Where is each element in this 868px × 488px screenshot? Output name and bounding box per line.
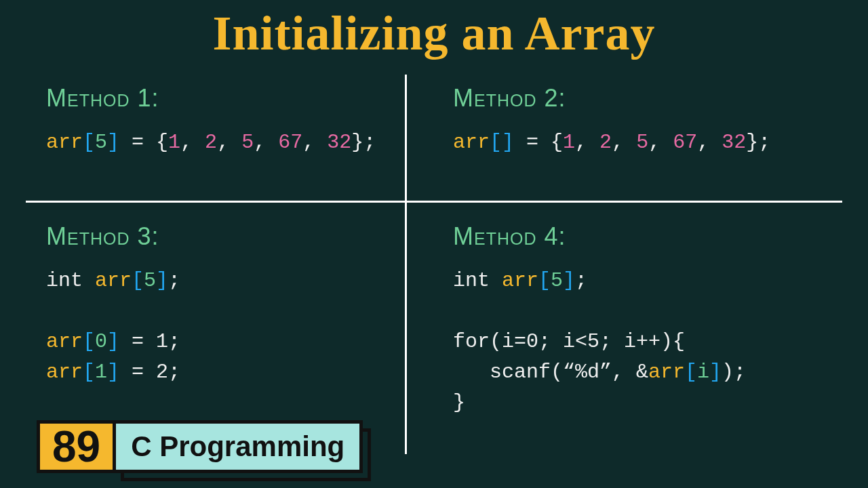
method-1-label: Method 1: bbox=[46, 84, 405, 113]
method-4-panel: Method 4: int arr[5]; for(i=0; i<5; i++)… bbox=[420, 222, 868, 418]
method-1-panel: Method 1: arr[5] = {1, 2, 5, 67, 32}; bbox=[0, 84, 405, 158]
code-token: for(i=0; i<5; i++){ bbox=[453, 330, 685, 353]
method-3-code: int arr[5]; arr[0] = 1; arr[1] = 2; bbox=[46, 266, 405, 388]
code-token: ] bbox=[563, 269, 575, 292]
method-4-code: int arr[5]; for(i=0; i<5; i++){ scanf(“%… bbox=[453, 266, 868, 418]
lesson-title-badge: C Programming bbox=[113, 420, 363, 473]
code-token: 1 bbox=[168, 131, 180, 154]
code-token: 1 bbox=[563, 131, 575, 154]
code-token: arr bbox=[648, 361, 685, 384]
code-token: = { bbox=[514, 131, 563, 154]
code-token: [ bbox=[538, 269, 551, 292]
code-token: 5 bbox=[551, 269, 563, 292]
code-token: = 2; bbox=[119, 361, 180, 384]
code-token: 2 bbox=[599, 131, 612, 154]
code-token: , bbox=[697, 131, 722, 154]
code-token: [ bbox=[83, 131, 95, 154]
lesson-badge: 89 C Programming bbox=[37, 420, 363, 473]
code-token: ] bbox=[502, 131, 514, 154]
code-token: ] bbox=[107, 330, 119, 353]
code-token: ] bbox=[107, 131, 119, 154]
code-token: [ bbox=[83, 330, 95, 353]
code-token: }; bbox=[746, 131, 770, 154]
code-token: 1 bbox=[95, 361, 107, 384]
method-4-label: Method 4: bbox=[453, 222, 868, 251]
method-3-label: Method 3: bbox=[46, 222, 405, 251]
code-token: } bbox=[453, 391, 465, 414]
method-2-code: arr[] = {1, 2, 5, 67, 32}; bbox=[453, 127, 868, 158]
code-token: 2 bbox=[205, 131, 217, 154]
code-token: arr bbox=[46, 131, 83, 154]
code-token: ] bbox=[156, 269, 168, 292]
code-token: int bbox=[453, 269, 502, 292]
code-token: , bbox=[302, 131, 327, 154]
code-token: arr bbox=[502, 269, 538, 292]
code-token: i bbox=[697, 361, 709, 384]
page-title: Initializing an Array bbox=[0, 0, 868, 62]
method-2-label: Method 2: bbox=[453, 84, 868, 113]
code-token: [ bbox=[83, 361, 95, 384]
code-token: , bbox=[217, 131, 241, 154]
lesson-title-wrap: C Programming bbox=[113, 420, 363, 473]
code-token: = 1; bbox=[119, 330, 180, 353]
code-token: 67 bbox=[278, 131, 302, 154]
code-token: [ bbox=[685, 361, 697, 384]
method-1-code: arr[5] = {1, 2, 5, 67, 32}; bbox=[46, 127, 405, 158]
code-token: arr bbox=[95, 269, 132, 292]
code-token: , bbox=[648, 131, 673, 154]
code-token: [ bbox=[132, 269, 144, 292]
code-token: , bbox=[575, 131, 599, 154]
code-token: int bbox=[46, 269, 95, 292]
code-token: arr bbox=[46, 330, 83, 353]
code-token: arr bbox=[453, 131, 490, 154]
code-token: 5 bbox=[144, 269, 156, 292]
code-token: [ bbox=[490, 131, 502, 154]
code-token: , bbox=[180, 131, 205, 154]
code-token: ] bbox=[107, 361, 119, 384]
code-token: scanf(“%d”, & bbox=[453, 361, 648, 384]
code-token: 5 bbox=[636, 131, 648, 154]
method-2-panel: Method 2: arr[] = {1, 2, 5, 67, 32}; bbox=[420, 84, 868, 158]
divider-vertical bbox=[405, 75, 407, 454]
code-token: ; bbox=[575, 269, 587, 292]
code-token: }; bbox=[351, 131, 376, 154]
lesson-number-badge: 89 bbox=[37, 420, 116, 473]
code-token: 0 bbox=[95, 330, 107, 353]
divider-horizontal bbox=[26, 201, 842, 203]
code-token: = { bbox=[119, 131, 168, 154]
code-token: 5 bbox=[95, 131, 107, 154]
code-token: 5 bbox=[241, 131, 254, 154]
code-token: 32 bbox=[327, 131, 351, 154]
code-token: ; bbox=[168, 269, 180, 292]
code-token: , bbox=[612, 131, 636, 154]
method-3-panel: Method 3: int arr[5]; arr[0] = 1; arr[1]… bbox=[0, 222, 405, 388]
code-token: ] bbox=[709, 361, 722, 384]
code-token: arr bbox=[46, 361, 83, 384]
code-token: 32 bbox=[722, 131, 746, 154]
code-token: ); bbox=[722, 361, 746, 384]
code-token: 67 bbox=[673, 131, 697, 154]
code-token: , bbox=[254, 131, 278, 154]
